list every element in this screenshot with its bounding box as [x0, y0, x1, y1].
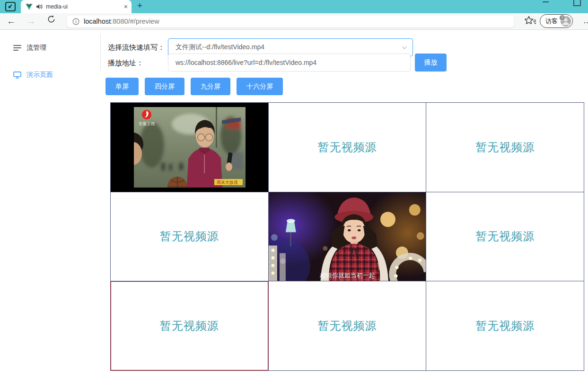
sidebar-divider: [100, 34, 101, 70]
no-source-text: 暂无视频源: [160, 229, 219, 244]
tab-title: media-ui: [46, 3, 121, 10]
vue-logo-icon: [26, 4, 33, 10]
guest-badge: ?: [559, 15, 565, 21]
video1-still: 安徽卫视 周末大放送: [134, 107, 246, 188]
video-cell-r2c3[interactable]: 暂无视频源: [426, 192, 584, 281]
video-cell-r1c1[interactable]: 安徽卫视 周末大放送: [111, 103, 268, 192]
sixteen-split-button[interactable]: 十六分屏: [237, 78, 283, 95]
forward-button[interactable]: →: [26, 15, 35, 27]
tab-close-icon[interactable]: ×: [124, 3, 128, 10]
refresh-button[interactable]: [47, 15, 56, 27]
video2-still: 相信你就如当初一起: [269, 192, 426, 281]
video1-logo-text: 安徽卫视: [139, 121, 155, 126]
single-screen-button[interactable]: 单屏: [105, 78, 139, 95]
address-bar[interactable]: localhost:8080/#/preview: [66, 15, 515, 28]
url-path: :8080/#/preview: [111, 18, 159, 25]
video-cell-r1c2[interactable]: 暂无视频源: [269, 103, 426, 192]
no-source-text: 暂无视频源: [317, 140, 377, 155]
video-grid: 安徽卫视 周末大放送 暂无视频源 暂无视频源 暂无视频源: [110, 102, 584, 371]
site-info-icon[interactable]: [72, 18, 79, 25]
sidebar-item-label: 流管理: [26, 44, 46, 52]
play-url-label: 播放地址：: [108, 59, 143, 68]
back-button[interactable]: ←: [7, 15, 16, 27]
play-url-input[interactable]: [168, 54, 411, 72]
browser-menu-button[interactable]: ⋯: [583, 18, 588, 27]
no-source-text: 暂无视频源: [475, 318, 535, 333]
four-split-button[interactable]: 四分屏: [145, 78, 184, 95]
window-maximize-button[interactable]: [573, 0, 581, 6]
tab-actions-icon[interactable]: [4, 1, 17, 12]
guest-avatar: ?: [561, 16, 571, 27]
video-cell-r3c3[interactable]: 暂无视频源: [426, 281, 584, 370]
profile-label: 访客: [545, 17, 558, 26]
video-cell-r2c2[interactable]: 相信你就如当初一起: [269, 192, 426, 281]
url-text: localhost:8080/#/preview: [84, 18, 159, 25]
video1-badge-text: 周末大放送: [217, 180, 238, 185]
favorites-star-glyph: [524, 16, 536, 26]
video-frame-music: 相信你就如当初一起: [269, 192, 426, 281]
sidebar-item-demo-page[interactable]: 演示页面: [13, 71, 53, 79]
stream-select-value: 文件测试--d:/flv/testVideo.mp4: [176, 43, 398, 52]
video-cell-r3c1-selected[interactable]: 暂无视频源: [111, 281, 268, 370]
video-cell-r1c3[interactable]: 暂无视频源: [426, 103, 584, 192]
no-source-text: 暂无视频源: [475, 140, 535, 155]
video2-subtitle: 相信你就如当初一起: [319, 271, 375, 278]
browser-tab-media-ui[interactable]: media-ui ×: [21, 0, 132, 13]
tab-audio-icon[interactable]: [36, 4, 43, 9]
refresh-icon: [47, 15, 56, 24]
video-frame-anhui: 安徽卫视 周末大放送: [134, 107, 246, 188]
monitor-icon: [13, 71, 21, 79]
chevron-down-icon: [402, 46, 407, 50]
browser-profile-button[interactable]: 访客 ?: [540, 14, 573, 28]
select-stream-label: 选择流快速填写：: [108, 43, 165, 52]
tab-actions-glyph: [5, 1, 16, 12]
stream-list-icon: [13, 45, 21, 51]
no-source-text: 暂无视频源: [475, 229, 535, 244]
sidebar-item-label: 演示页面: [26, 71, 53, 79]
url-host: localhost: [84, 18, 111, 25]
window-minimize-button[interactable]: [543, 1, 549, 2]
browser-tabstrip: media-ui × +: [0, 0, 588, 13]
no-source-text: 暂无视频源: [160, 318, 219, 333]
no-source-text: 暂无视频源: [317, 318, 377, 333]
favorites-star-icon[interactable]: [524, 16, 536, 26]
video-cell-r3c2[interactable]: 暂无视频源: [269, 281, 426, 370]
screen-layout-buttons: 单屏 四分屏 九分屏 十六分屏: [105, 78, 283, 95]
new-tab-button[interactable]: +: [137, 0, 142, 11]
play-button[interactable]: 播放: [415, 54, 447, 72]
video-cell-r2c1[interactable]: 暂无视频源: [111, 192, 268, 281]
nine-split-button[interactable]: 九分屏: [191, 78, 230, 95]
sidebar-item-stream-management[interactable]: 流管理: [13, 44, 46, 52]
